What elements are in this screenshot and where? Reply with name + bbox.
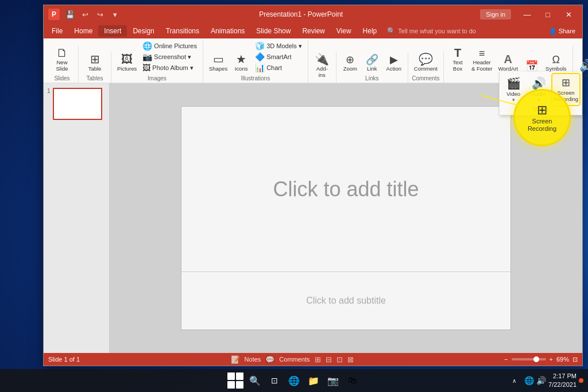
store-button[interactable]: 🛍 bbox=[345, 372, 361, 389]
share-button[interactable]: 👤 Share bbox=[544, 26, 580, 36]
comment-icon: 💬 bbox=[419, 53, 433, 65]
view-reading-icon[interactable]: ⊡ bbox=[336, 355, 343, 364]
wordart-label: WordArt bbox=[498, 65, 518, 72]
addins-label: Add-ins bbox=[316, 65, 328, 78]
view-normal-icon[interactable]: ⊞ bbox=[315, 355, 321, 364]
chevron-tray-icon[interactable]: ∧ bbox=[506, 372, 522, 389]
fit-slide-button[interactable]: ⊡ bbox=[572, 356, 578, 363]
date-time-button[interactable]: 📅 bbox=[521, 59, 542, 73]
wordart-button[interactable]: A WordArt bbox=[496, 52, 520, 73]
minimize-button[interactable]: — bbox=[518, 5, 536, 24]
notes-label[interactable]: Notes bbox=[245, 356, 261, 363]
zoom-button[interactable]: ⊕ Zoom bbox=[340, 53, 361, 73]
menu-bar: File Home Insert Design Transitions Anim… bbox=[44, 24, 582, 38]
comments-status-label[interactable]: Comments bbox=[279, 356, 310, 363]
illustrations-small-group: 🧊 3D Models ▾ 🔷 SmartArt 📊 Chart bbox=[253, 41, 304, 73]
screen-recording-popup-icon: ⊞ bbox=[562, 76, 570, 89]
smartart-button[interactable]: 🔷 SmartArt bbox=[253, 52, 304, 62]
zoom-label: Zoom bbox=[343, 65, 357, 72]
sign-in-button[interactable]: Sign in bbox=[480, 9, 511, 20]
action-button[interactable]: ▶ Action bbox=[384, 53, 404, 73]
new-slide-icon: 🗋 bbox=[56, 47, 68, 59]
menu-home[interactable]: Home bbox=[68, 25, 98, 37]
table-button[interactable]: ⊞ Table bbox=[82, 52, 107, 73]
canvas-area: Click to add title Click to add subtitle… bbox=[110, 83, 582, 353]
file-explorer-button[interactable]: 📁 bbox=[305, 372, 322, 389]
comments-status-button[interactable]: 💬 bbox=[265, 355, 274, 364]
comment-button[interactable]: 💬 Comment bbox=[412, 52, 440, 73]
title-bar: P 💾 ↩ ↪ ▾ Presentation1 - PowerPoint Sig… bbox=[44, 5, 582, 24]
edge-button[interactable]: 🌐 bbox=[286, 372, 302, 389]
menu-help[interactable]: Help bbox=[357, 25, 383, 37]
pictures-button[interactable]: 🖼 Pictures bbox=[115, 52, 139, 73]
zoom-in-button[interactable]: + bbox=[550, 356, 553, 363]
task-view-button[interactable]: ⊡ bbox=[266, 372, 283, 389]
video-icon: 🎬 bbox=[506, 76, 521, 90]
header-footer-button[interactable]: ≡ Header& Footer bbox=[469, 46, 494, 73]
menu-slideshow[interactable]: Slide Show bbox=[250, 25, 296, 37]
shapes-button[interactable]: ▭ Shapes bbox=[207, 52, 230, 73]
3d-models-button[interactable]: 🧊 3D Models ▾ bbox=[253, 41, 304, 51]
ribbon-group-illustrations: ▭ Shapes ★ Icons 🧊 3D Models ▾ 🔷 bbox=[203, 41, 308, 83]
menu-design[interactable]: Design bbox=[127, 25, 160, 37]
ribbon-group-images: 🖼 Pictures 🌐 Online Pictures 📷 Screensho… bbox=[111, 41, 203, 83]
undo-button[interactable]: ↩ bbox=[78, 8, 92, 21]
tell-me-box[interactable]: 🔍 Tell me what you want to do bbox=[387, 27, 476, 35]
save-button[interactable]: 💾 bbox=[63, 8, 77, 21]
images-group-label: Images bbox=[148, 75, 167, 81]
menu-review[interactable]: Review bbox=[296, 25, 330, 37]
tell-me-text: Tell me what you want to do bbox=[398, 28, 476, 34]
view-presenter-icon[interactable]: ⊠ bbox=[347, 355, 354, 364]
audio-icon: 🔊 bbox=[532, 76, 546, 90]
start-button[interactable] bbox=[227, 372, 243, 389]
ribbon: 🗋 NewSlide Slides ⊞ Table Tables bbox=[44, 38, 582, 83]
slide-thumbnail[interactable] bbox=[53, 88, 102, 120]
callout-icon: ⊞ bbox=[537, 103, 547, 118]
illustrations-group-label: Illustrations bbox=[241, 75, 270, 81]
camera-button[interactable]: 📷 bbox=[325, 372, 341, 389]
chart-button[interactable]: 📊 Chart bbox=[253, 63, 304, 73]
link-label: Link bbox=[367, 65, 377, 72]
addins-button[interactable]: 🔌 Add-ins bbox=[312, 52, 332, 79]
zoom-out-button[interactable]: − bbox=[504, 356, 508, 363]
customize-button[interactable]: ▾ bbox=[108, 8, 122, 21]
photo-album-button[interactable]: 🖼 Photo Album ▾ bbox=[140, 63, 199, 73]
main-area: 1 Click to add title Click to add subtit… bbox=[44, 83, 582, 353]
screenshot-button[interactable]: 📷 Screenshot ▾ bbox=[140, 52, 199, 62]
close-button[interactable]: ✕ bbox=[559, 5, 578, 24]
clock[interactable]: 2:17 PM 7/22/2021 bbox=[548, 372, 577, 390]
menu-transitions[interactable]: Transitions bbox=[160, 25, 205, 37]
online-pictures-button[interactable]: 🌐 Online Pictures bbox=[140, 41, 199, 51]
maximize-button[interactable]: □ bbox=[539, 5, 557, 24]
new-slide-button[interactable]: 🗋 NewSlide bbox=[49, 45, 75, 73]
symbols-button[interactable]: Ω Symbols bbox=[543, 53, 568, 73]
smartart-label: SmartArt bbox=[266, 53, 291, 60]
powerpoint-window: P 💾 ↩ ↪ ▾ Presentation1 - PowerPoint Sig… bbox=[43, 5, 583, 366]
view-slide-sorter-icon[interactable]: ⊟ bbox=[326, 355, 332, 364]
quick-access-toolbar: 💾 ↩ ↪ ▾ bbox=[63, 8, 122, 21]
pictures-icon: 🖼 bbox=[121, 53, 133, 65]
comments-group-label: Comments bbox=[412, 75, 439, 81]
icons-button[interactable]: ★ Icons bbox=[231, 52, 252, 73]
slide-subtitle-area[interactable]: Click to add subtitle bbox=[181, 272, 510, 329]
menu-animations[interactable]: Animations bbox=[205, 25, 250, 37]
zoom-icon: ⊕ bbox=[346, 55, 354, 65]
screenshot-icon: 📷 bbox=[142, 52, 152, 61]
slide-title-area[interactable]: Click to add title bbox=[181, 107, 510, 272]
redo-button[interactable]: ↪ bbox=[93, 8, 107, 21]
notes-button[interactable]: 📝 bbox=[231, 355, 240, 364]
textbox-button[interactable]: T TextBox bbox=[447, 45, 468, 73]
search-taskbar-button[interactable]: 🔍 bbox=[247, 372, 263, 389]
menu-file[interactable]: File bbox=[46, 25, 68, 37]
zoom-slider[interactable] bbox=[512, 358, 546, 360]
volume-icon[interactable]: 🔊 bbox=[536, 376, 546, 385]
slide-canvas[interactable]: Click to add title Click to add subtitle bbox=[181, 106, 511, 330]
header-footer-label: Header& Footer bbox=[471, 59, 492, 72]
menu-insert[interactable]: Insert bbox=[98, 25, 127, 37]
menu-view[interactable]: View bbox=[331, 25, 357, 37]
chart-label: Chart bbox=[266, 64, 282, 71]
network-icon[interactable]: 🌐 bbox=[524, 376, 534, 385]
link-button[interactable]: 🔗 Link bbox=[362, 53, 382, 73]
3d-models-label: 3D Models ▾ bbox=[266, 42, 302, 50]
ribbon-group-links: ⊕ Zoom 🔗 Link ▶ Action Links bbox=[336, 53, 408, 83]
